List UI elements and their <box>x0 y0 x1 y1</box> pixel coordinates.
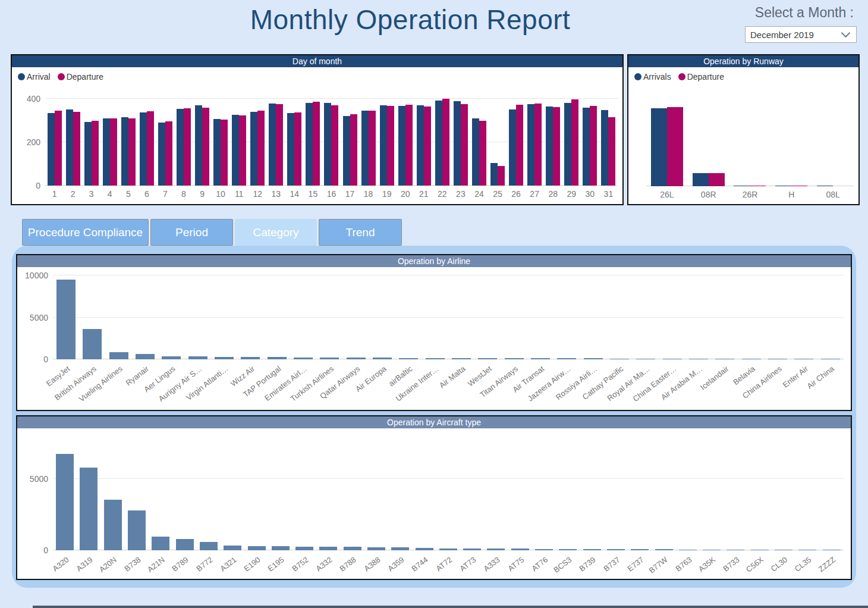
month-select[interactable]: December 2019 <box>745 26 857 43</box>
arrival-bar-4[interactable] <box>103 118 110 186</box>
departure-bar-9[interactable] <box>202 108 209 186</box>
departure-bar-26[interactable] <box>516 105 523 186</box>
bar-CL35[interactable] <box>798 550 816 550</box>
departure-bar-17[interactable] <box>350 114 357 186</box>
bar-Titan Airways[interactable] <box>505 358 524 359</box>
bar-A320[interactable] <box>56 454 74 550</box>
bar-Air Transat[interactable] <box>531 358 550 359</box>
bar-British Airways[interactable] <box>83 329 102 359</box>
departure-bar-3[interactable] <box>92 121 99 186</box>
arrival-bar-30[interactable] <box>583 108 590 186</box>
bar-Air Malta[interactable] <box>452 358 471 359</box>
departure-bar-18[interactable] <box>369 111 376 186</box>
arrival-bar-17[interactable] <box>343 116 350 186</box>
bar-AT76[interactable] <box>535 549 553 550</box>
bar-Ukraine Inter…[interactable] <box>426 358 445 359</box>
arrival-bar-18[interactable] <box>361 111 369 186</box>
bar-A21N[interactable] <box>152 537 169 550</box>
arrival-bar-23[interactable] <box>454 101 461 186</box>
bar-AT72[interactable] <box>439 549 457 550</box>
arrival-bar-3[interactable] <box>84 122 92 186</box>
departure-bar-22[interactable] <box>442 99 449 186</box>
departure-bar-23[interactable] <box>461 104 468 186</box>
departure-bar-08R[interactable] <box>709 173 725 186</box>
departure-bar-11[interactable] <box>239 115 246 186</box>
bar-Icelandair[interactable] <box>715 359 734 359</box>
bar-A332[interactable] <box>319 547 337 550</box>
departure-bar-6[interactable] <box>147 111 154 186</box>
bar-Ryanair[interactable] <box>136 354 155 359</box>
arrival-bar-6[interactable] <box>140 112 147 186</box>
arrival-bar-19[interactable] <box>380 105 387 186</box>
arrival-bar-15[interactable] <box>306 103 313 186</box>
bar-airBaltic[interactable] <box>399 358 418 359</box>
departure-bar-30[interactable] <box>590 106 597 186</box>
tab-period[interactable]: Period <box>150 219 233 246</box>
arrival-bar-10[interactable] <box>213 119 221 186</box>
bar-Turkish Airlines[interactable] <box>320 358 339 359</box>
arrival-bar-11[interactable] <box>232 115 239 186</box>
arrival-bar-8[interactable] <box>177 109 184 186</box>
bar-Enter Air[interactable] <box>794 359 813 359</box>
legend-item[interactable]: Departure <box>678 72 724 82</box>
arrival-bar-20[interactable] <box>398 106 405 186</box>
bar-B738[interactable] <box>128 510 146 550</box>
departure-bar-1[interactable] <box>55 111 62 186</box>
arrival-bar-28[interactable] <box>546 106 553 186</box>
bar-Emirates Airl…[interactable] <box>294 358 313 359</box>
bar-Aurigny Air S…[interactable] <box>188 356 207 359</box>
departure-bar-14[interactable] <box>294 112 301 186</box>
tab-trend[interactable]: Trend <box>319 219 402 246</box>
bar-B752[interactable] <box>295 547 313 550</box>
bar-A333[interactable] <box>487 549 505 550</box>
bar-AT73[interactable] <box>463 549 481 550</box>
bar-WestJet[interactable] <box>478 358 497 359</box>
arrivals-bar-08R[interactable] <box>693 173 709 186</box>
departure-bar-21[interactable] <box>424 106 431 186</box>
bar-BCS3[interactable] <box>559 549 577 550</box>
departure-bar-13[interactable] <box>276 104 283 186</box>
arrival-bar-9[interactable] <box>195 105 202 186</box>
bar-Air China[interactable] <box>821 359 840 359</box>
bar-B733[interactable] <box>727 550 744 550</box>
bar-A388[interactable] <box>367 547 385 550</box>
arrivals-bar-26L[interactable] <box>651 108 667 186</box>
arrival-bar-29[interactable] <box>564 103 571 186</box>
departure-bar-24[interactable] <box>479 121 486 186</box>
bar-B739[interactable] <box>583 549 601 550</box>
bar-Rossiya Airli…[interactable] <box>584 358 603 359</box>
bar-Wizz Air[interactable] <box>241 357 260 359</box>
bar-B789[interactable] <box>176 539 194 550</box>
departure-bar-20[interactable] <box>405 105 413 186</box>
departure-bar-15[interactable] <box>313 102 320 186</box>
departure-bar-26L[interactable] <box>667 107 683 187</box>
arrival-bar-27[interactable] <box>527 104 534 186</box>
bar-B763[interactable] <box>679 550 697 550</box>
bar-A319[interactable] <box>80 468 98 550</box>
departure-bar-31[interactable] <box>608 117 615 186</box>
tab-category[interactable]: Category <box>235 219 317 246</box>
arrival-bar-12[interactable] <box>250 112 257 186</box>
bar-E195[interactable] <box>272 546 290 550</box>
bar-Royal Air Ma…[interactable] <box>636 359 655 359</box>
arrival-bar-25[interactable] <box>490 163 498 186</box>
bar-China Airlines[interactable] <box>768 359 787 359</box>
departure-bar-16[interactable] <box>331 105 338 186</box>
bar-EasyJet[interactable] <box>56 280 76 359</box>
arrival-bar-24[interactable] <box>472 118 479 186</box>
departure-bar-10[interactable] <box>221 120 228 186</box>
bar-TAP Portugal[interactable] <box>268 357 287 359</box>
arrival-bar-16[interactable] <box>324 103 331 186</box>
tab-procedure-compliance[interactable]: Procedure Compliance <box>22 219 149 246</box>
arrival-bar-2[interactable] <box>66 109 73 186</box>
arrival-bar-31[interactable] <box>601 110 608 186</box>
bar-E737[interactable] <box>631 549 649 550</box>
departure-bar-8[interactable] <box>184 108 191 186</box>
departure-bar-28[interactable] <box>553 107 560 186</box>
legend-item[interactable]: Arrival <box>18 72 51 82</box>
bar-Belavia[interactable] <box>742 359 761 359</box>
departure-bar-27[interactable] <box>534 104 542 186</box>
departure-bar-7[interactable] <box>165 121 172 186</box>
bar-E190[interactable] <box>248 546 266 550</box>
departure-bar-19[interactable] <box>387 106 394 186</box>
